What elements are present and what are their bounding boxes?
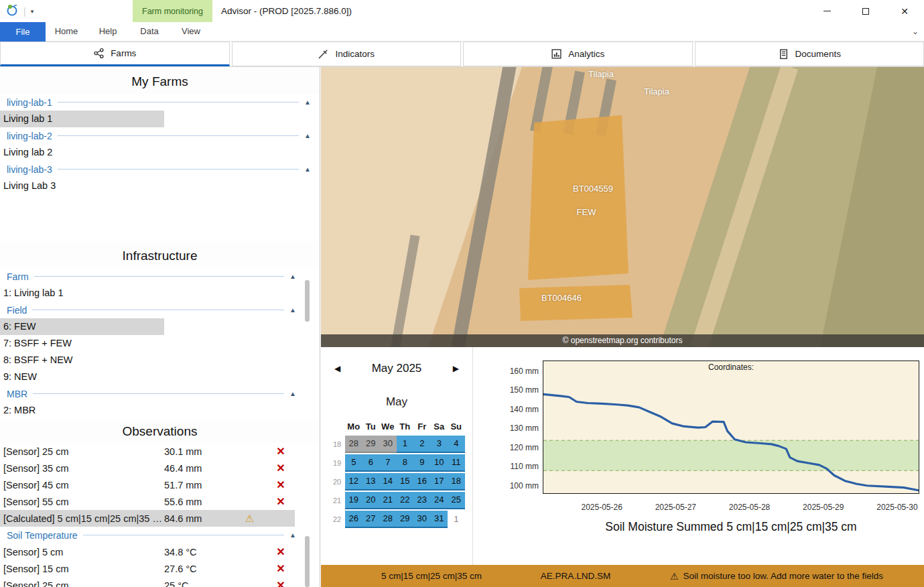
calendar-day[interactable]: 16 xyxy=(413,473,431,491)
x-tick-label: 2025-05-26 xyxy=(574,503,630,512)
calendar-day[interactable]: 4 xyxy=(448,436,465,453)
tree-group-header[interactable]: living-lab-3▲ xyxy=(0,161,315,178)
prev-month-icon[interactable]: ◀ xyxy=(334,364,340,373)
calendar-day[interactable]: 9 xyxy=(413,454,431,472)
collapse-arrow-icon[interactable]: ▲ xyxy=(289,273,296,280)
collapse-arrow-icon[interactable]: ▲ xyxy=(304,166,311,173)
file-button[interactable]: File xyxy=(0,22,46,42)
y-tick-label: 160 mm xyxy=(485,367,539,376)
tree-item[interactable]: Living Lab 3 xyxy=(0,178,315,194)
calendar-day[interactable]: 1 xyxy=(448,511,465,528)
collapse-arrow-icon[interactable]: ▲ xyxy=(304,132,311,139)
tree-group-header[interactable]: MBR▲ xyxy=(0,385,300,402)
maximize-button[interactable] xyxy=(846,0,885,22)
tree-item[interactable]: 2: MBR xyxy=(0,402,300,419)
chart-plot-area: Coordinates: xyxy=(543,361,919,494)
delete-icon[interactable]: ✕ xyxy=(268,478,293,491)
tab-farms[interactable]: Farms xyxy=(0,42,230,66)
delete-icon[interactable]: ✕ xyxy=(268,579,293,587)
calendar-day[interactable]: 30 xyxy=(413,511,431,528)
tree-item[interactable]: 6: FEW xyxy=(0,318,164,335)
collapse-arrow-icon[interactable]: ▲ xyxy=(289,531,296,539)
collapse-arrow-icon[interactable]: ▲ xyxy=(289,390,296,397)
tree-group-header[interactable]: Field▲ xyxy=(0,302,300,318)
ribbon-tab-view[interactable]: View xyxy=(170,22,212,41)
tab-analytics[interactable]: Analytics xyxy=(463,42,693,66)
tree-group-header[interactable]: living-lab-2▲ xyxy=(0,127,315,144)
calendar-day[interactable]: 7 xyxy=(379,454,397,472)
observation-value: 30.1 mm xyxy=(164,446,231,457)
scrollbar-thumb[interactable] xyxy=(305,536,310,587)
minimize-button[interactable] xyxy=(807,0,846,22)
observation-row[interactable]: [Sensor] 45 cm51.7 mm✕ xyxy=(0,476,300,493)
ribbon-tab-data[interactable]: Data xyxy=(129,22,170,41)
calendar-day[interactable]: 29 xyxy=(362,436,380,453)
calendar-day[interactable]: 18 xyxy=(448,473,465,491)
calendar-week-number: 18 xyxy=(329,436,345,453)
calendar-day[interactable]: 31 xyxy=(431,511,448,528)
calendar-day[interactable]: 19 xyxy=(345,492,362,509)
calendar-day[interactable]: 3 xyxy=(431,436,448,453)
calendar-day[interactable]: 30 xyxy=(379,436,397,453)
calendar-day[interactable]: 12 xyxy=(345,473,362,491)
calendar-day[interactable]: 22 xyxy=(397,492,414,509)
observation-row[interactable]: [Sensor] 35 cm46.4 mm✕ xyxy=(0,460,300,476)
calendar-day[interactable]: 27 xyxy=(362,511,380,528)
x-tick-label: 2025-05-30 xyxy=(869,503,924,512)
tree-item[interactable]: Living lab 1 xyxy=(0,111,164,127)
calendar-day[interactable]: 13 xyxy=(362,473,380,491)
calendar-day[interactable]: 11 xyxy=(448,454,465,472)
calendar-day[interactable]: 21 xyxy=(379,492,397,509)
calendar-day[interactable]: 15 xyxy=(397,473,414,491)
map-view[interactable]: TilapiaTilapiaBT004559FEWBT004646 © open… xyxy=(321,67,924,347)
qat-dropdown-icon[interactable]: ▾ xyxy=(31,8,34,15)
calendar-day[interactable]: 25 xyxy=(448,492,465,509)
observation-row[interactable]: [Sensor] 15 cm27.6 °C✕ xyxy=(0,560,300,577)
calendar-day[interactable]: 14 xyxy=(379,473,397,491)
delete-icon[interactable]: ✕ xyxy=(268,545,293,558)
collapse-arrow-icon[interactable]: ▲ xyxy=(289,306,296,314)
calendar-day[interactable]: 26 xyxy=(345,511,362,528)
calendar-day[interactable]: 5 xyxy=(345,454,362,472)
calendar-day[interactable]: 29 xyxy=(397,511,414,528)
calendar-day[interactable]: 23 xyxy=(413,492,431,509)
delete-icon[interactable]: ✕ xyxy=(268,445,293,458)
ribbon-tab-help[interactable]: Help xyxy=(87,22,129,41)
tree-item[interactable]: Living lab 2 xyxy=(0,144,315,161)
calendar-day[interactable]: 28 xyxy=(345,436,362,453)
calendar-day[interactable]: 8 xyxy=(397,454,414,472)
tree-item[interactable]: 1: Living lab 1 xyxy=(0,285,300,302)
tab-documents[interactable]: Documents xyxy=(695,42,924,66)
tree-item[interactable]: 9: NEW xyxy=(0,369,300,385)
calendar-day[interactable]: 28 xyxy=(379,511,397,528)
scrollbar-thumb[interactable] xyxy=(305,280,310,322)
tree-group-header[interactable]: Soil Temperature▲ xyxy=(0,527,300,543)
observation-row[interactable]: [Calculated] 5 cm|15 cm|25 cm|35 c...84.… xyxy=(0,510,295,527)
close-button[interactable]: ✕ xyxy=(885,0,924,22)
delete-icon[interactable]: ✕ xyxy=(268,495,293,508)
collapse-arrow-icon[interactable]: ▲ xyxy=(304,99,311,106)
calendar-day[interactable]: 2 xyxy=(413,436,431,453)
observation-row[interactable]: [Sensor] 25 cm30.1 mm✕ xyxy=(0,443,300,460)
calendar-day[interactable]: 24 xyxy=(431,492,448,509)
observation-label: [Sensor] 25 cm xyxy=(0,446,164,457)
contextual-tab-farm-monitoring[interactable]: Farm monitoring xyxy=(133,0,212,22)
tree-group-header[interactable]: Farm▲ xyxy=(0,268,300,285)
tree-item[interactable]: 8: BSFF + NEW xyxy=(0,352,300,369)
tab-indicators[interactable]: Indicators xyxy=(232,42,462,66)
ribbon-collapse-icon[interactable]: ⌄ xyxy=(912,22,919,41)
tree-item[interactable]: 7: BSFF + FEW xyxy=(0,335,300,352)
calendar-day[interactable]: 10 xyxy=(431,454,448,472)
calendar-day[interactable]: 1 xyxy=(397,436,414,453)
calendar-day[interactable]: 20 xyxy=(362,492,380,509)
observation-row[interactable]: [Sensor] 5 cm34.8 °C✕ xyxy=(0,543,300,560)
calendar-day[interactable]: 6 xyxy=(362,454,380,472)
ribbon-tab-home[interactable]: Home xyxy=(46,22,87,41)
calendar-day[interactable]: 17 xyxy=(431,473,448,491)
next-month-icon[interactable]: ▶ xyxy=(453,364,459,373)
delete-icon[interactable]: ✕ xyxy=(268,462,293,474)
tree-group-header[interactable]: living-lab-1▲ xyxy=(0,94,315,111)
delete-icon[interactable]: ✕ xyxy=(268,562,293,575)
observation-row[interactable]: [Sensor] 25 cm25 °C✕ xyxy=(0,577,300,587)
observation-row[interactable]: [Sensor] 55 cm55.6 mm✕ xyxy=(0,493,300,510)
